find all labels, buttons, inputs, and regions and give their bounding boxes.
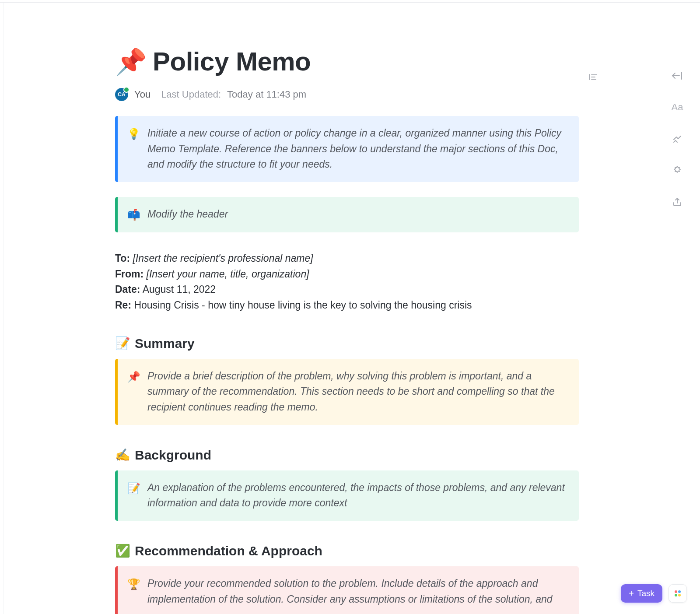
check-mark-icon: ✅ <box>115 544 130 558</box>
field-re[interactable]: Re: Housing Crisis - how tiny house livi… <box>115 298 579 313</box>
page-title-row[interactable]: 📌 Policy Memo <box>115 46 579 77</box>
new-task-label: Task <box>637 589 654 598</box>
last-updated-label: Last Updated: <box>161 89 221 100</box>
table-of-contents-button[interactable] <box>585 69 601 85</box>
right-rail: Aa <box>668 69 687 208</box>
writing-hand-icon: ✍️ <box>115 448 130 462</box>
recommendation-banner[interactable]: 🏆 Provide your recommended solution to t… <box>115 566 579 614</box>
document[interactable]: 📌 Policy Memo CA You Last Updated: Today… <box>115 46 579 614</box>
bottom-actions: + Task <box>621 584 687 603</box>
intro-banner[interactable]: 💡 Initiate a new course of action or pol… <box>115 116 579 182</box>
ai-button[interactable] <box>671 132 684 145</box>
document-main: 📌 Policy Memo CA You Last Updated: Today… <box>4 3 700 614</box>
memo-icon: 📝 <box>115 336 130 351</box>
share-button[interactable] <box>671 195 684 208</box>
field-to[interactable]: To: [Insert the recipient's professional… <box>115 251 579 267</box>
memo-header-fields[interactable]: To: [Insert the recipient's professional… <box>115 251 579 313</box>
mailbox-icon: 📫 <box>127 207 140 223</box>
plus-icon: + <box>629 589 634 598</box>
date-label: Date: <box>115 284 140 295</box>
pushpin-small-icon: 📌 <box>127 368 140 415</box>
collapse-right-icon[interactable] <box>671 69 684 82</box>
recommendation-heading-text[interactable]: Recommendation & Approach <box>135 544 322 558</box>
summary-heading-text[interactable]: Summary <box>135 336 195 351</box>
last-updated-value: Today at 11:43 pm <box>227 89 306 100</box>
avatar[interactable]: CA <box>115 88 128 101</box>
svg-point-9 <box>675 594 677 596</box>
meta-row: CA You Last Updated: Today at 11:43 pm <box>115 88 579 101</box>
field-date[interactable]: Date: August 11, 2022 <box>115 282 579 298</box>
background-banner[interactable]: 📝 An explanation of the problems encount… <box>115 470 579 521</box>
field-from[interactable]: From: [Insert your name, title, organiza… <box>115 267 579 282</box>
intro-banner-text[interactable]: Initiate a new course of action or polic… <box>147 126 566 172</box>
left-gutter <box>0 3 4 614</box>
note-icon: 📝 <box>127 480 140 511</box>
background-banner-text[interactable]: An explanation of the problems encounter… <box>147 480 566 511</box>
svg-point-10 <box>678 594 681 596</box>
trophy-icon: 🏆 <box>127 576 140 607</box>
pushpin-icon: 📌 <box>115 49 147 74</box>
to-value[interactable]: [Insert the recipient's professional nam… <box>133 253 313 264</box>
new-task-button[interactable]: + Task <box>621 584 662 603</box>
header-banner[interactable]: 📫 Modify the header <box>115 197 579 232</box>
background-heading-text[interactable]: Background <box>135 448 211 463</box>
background-heading[interactable]: ✍️ Background <box>115 448 579 463</box>
lightbulb-icon: 💡 <box>127 126 140 172</box>
re-label: Re: <box>115 299 131 311</box>
recommendation-banner-text[interactable]: Provide your recommended solution to the… <box>147 576 566 607</box>
page-title[interactable]: Policy Memo <box>153 46 311 77</box>
date-value[interactable]: August 11, 2022 <box>143 284 216 295</box>
summary-heading[interactable]: 📝 Summary <box>115 336 579 351</box>
typography-button[interactable]: Aa <box>671 101 684 114</box>
re-value[interactable]: Housing Crisis - how tiny house living i… <box>134 299 472 311</box>
author-label: You <box>134 89 150 100</box>
recommendation-heading[interactable]: ✅ Recommendation & Approach <box>115 544 579 558</box>
apps-button[interactable] <box>668 584 687 603</box>
summary-banner[interactable]: 📌 Provide a brief description of the pro… <box>115 359 579 425</box>
from-value[interactable]: [Insert your name, title, organization] <box>147 268 309 280</box>
page: 📌 Policy Memo CA You Last Updated: Today… <box>0 3 700 614</box>
focus-mode-button[interactable] <box>671 164 684 177</box>
svg-point-8 <box>678 590 681 593</box>
to-label: To: <box>115 253 130 264</box>
from-label: From: <box>115 268 144 280</box>
summary-banner-text[interactable]: Provide a brief description of the probl… <box>147 368 566 415</box>
header-banner-text[interactable]: Modify the header <box>147 207 228 223</box>
svg-point-7 <box>675 590 677 593</box>
